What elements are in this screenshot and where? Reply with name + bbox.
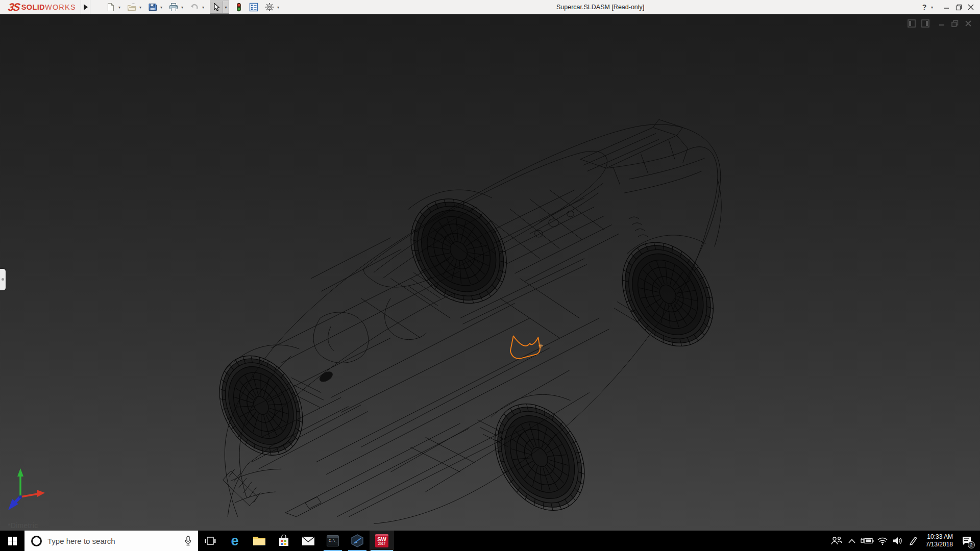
document-title: Supercar.SLDASM [Read-only] <box>556 0 644 14</box>
restore-icon <box>955 4 962 11</box>
microphone-icon[interactable] <box>184 536 192 546</box>
cortana-icon <box>31 536 42 546</box>
chevron-up-icon <box>848 539 855 543</box>
search-placeholder: Type here to search <box>47 537 184 545</box>
doc-pane-icon-a[interactable] <box>908 19 916 28</box>
print-icon <box>169 3 178 12</box>
people-button[interactable] <box>829 531 844 551</box>
undo-icon <box>190 3 199 12</box>
open-folder-icon <box>127 3 136 12</box>
quick-toolbar: ▾ ▾ ▾ <box>105 0 285 14</box>
new-document-button[interactable] <box>105 1 116 13</box>
print-button[interactable] <box>168 1 179 13</box>
minimize-icon <box>943 4 949 10</box>
undo-button[interactable] <box>189 1 200 13</box>
collapsed-panel-tab[interactable] <box>0 269 6 290</box>
edge-icon: e <box>231 534 238 548</box>
undo-caret[interactable]: ▾ <box>201 1 206 13</box>
taskbar-edge[interactable]: e <box>223 531 247 551</box>
child-restore-icon[interactable] <box>951 19 959 28</box>
taskbar-command-prompt[interactable]: C:\_ <box>321 531 345 551</box>
window-controls: ? ▾ <box>920 0 977 14</box>
select-tool-caret[interactable]: ▾ <box>223 1 229 13</box>
save-button[interactable] <box>147 1 158 13</box>
windows-taskbar: Type here to search e <box>0 531 980 551</box>
wheel <box>604 226 732 363</box>
taskbar-mail[interactable] <box>296 531 321 551</box>
options-list-button[interactable] <box>248 1 259 13</box>
options-list-icon <box>249 3 258 12</box>
people-icon <box>831 536 842 545</box>
taskbar-file-explorer[interactable] <box>247 531 272 551</box>
wheel <box>477 388 603 527</box>
pen-button[interactable] <box>905 531 921 551</box>
action-center-button[interactable]: 2 <box>958 531 976 551</box>
child-minimize-icon[interactable] <box>938 19 945 28</box>
rebuild-button[interactable] <box>233 1 244 13</box>
clock[interactable]: 10:33 AM 7/13/2018 <box>926 533 953 548</box>
taskbar-apps: e <box>198 531 394 551</box>
rebuild-traffic-light-icon <box>234 3 243 12</box>
close-button[interactable] <box>965 0 977 14</box>
task-view-button[interactable] <box>198 531 223 551</box>
taskbar-store[interactable] <box>272 531 296 551</box>
battery-charging-icon <box>861 537 874 544</box>
wheel <box>391 181 526 321</box>
new-document-icon <box>106 3 115 12</box>
start-button[interactable] <box>0 531 24 551</box>
wheel <box>203 341 319 470</box>
open-caret[interactable]: ▾ <box>138 1 143 13</box>
minimize-button[interactable] <box>940 0 952 14</box>
settings-caret[interactable]: ▾ <box>276 1 281 13</box>
edrawings-hexagon-icon <box>351 534 364 547</box>
settings-gear-icon <box>265 3 274 12</box>
open-button[interactable] <box>126 1 137 13</box>
taskbar-search-input[interactable]: Type here to search <box>24 531 198 551</box>
print-caret[interactable]: ▾ <box>180 1 185 13</box>
help-caret[interactable]: ▾ <box>929 0 935 14</box>
help-button[interactable]: ? <box>920 0 929 14</box>
wifi-button[interactable] <box>875 531 890 551</box>
store-icon <box>278 535 289 547</box>
settings-button[interactable] <box>264 1 275 13</box>
save-caret[interactable]: ▾ <box>159 1 164 13</box>
taskbar-edrawings[interactable] <box>345 531 370 551</box>
select-tool-button[interactable]: ▾ <box>210 1 229 14</box>
solidworks-logo-mark: 3S <box>7 1 20 13</box>
save-floppy-icon <box>148 3 157 12</box>
volume-icon <box>893 537 903 545</box>
title-bar: 3SSOLIDWORKS ▾ ▾ <box>0 0 980 14</box>
restore-button[interactable] <box>952 0 965 14</box>
file-explorer-icon <box>253 535 266 546</box>
document-window-controls <box>908 19 972 28</box>
wireframe-car-model[interactable] <box>0 14 980 531</box>
menu-flyout-arrow-icon[interactable] <box>82 3 89 12</box>
solidworks-2017-icon: SW 2017 <box>375 534 388 547</box>
command-prompt-icon: C:\_ <box>327 535 339 546</box>
doc-pane-icon-b[interactable] <box>921 19 929 28</box>
taskbar-solidworks-2017[interactable]: SW 2017 <box>370 531 394 551</box>
hidden-icons-button[interactable] <box>844 531 860 551</box>
separator <box>90 0 90 14</box>
clock-time: 10:33 AM <box>926 533 953 541</box>
windows-logo-icon <box>8 537 17 545</box>
select-cursor-icon <box>210 1 223 13</box>
close-icon <box>968 4 974 10</box>
separator <box>81 0 81 14</box>
new-document-caret[interactable]: ▾ <box>117 1 122 13</box>
task-view-icon <box>205 536 216 546</box>
screen: 3SSOLIDWORKS ▾ ▾ <box>0 0 980 551</box>
battery-button[interactable] <box>860 531 875 551</box>
system-tray: 10:33 AM 7/13/2018 2 <box>829 531 980 551</box>
mail-icon <box>302 536 315 546</box>
volume-button[interactable] <box>890 531 905 551</box>
clock-date: 7/13/2018 <box>926 541 953 548</box>
child-close-icon[interactable] <box>965 19 972 28</box>
view-orientation-label: *Dimetric <box>8 521 38 530</box>
graphics-area[interactable]: *Dimetric <box>0 14 980 531</box>
notification-badge: 2 <box>968 541 975 548</box>
pen-icon <box>909 536 918 545</box>
orientation-triad <box>7 467 48 514</box>
wifi-icon <box>877 537 888 545</box>
solidworks-logo: 3SSOLIDWORKS <box>8 0 76 14</box>
